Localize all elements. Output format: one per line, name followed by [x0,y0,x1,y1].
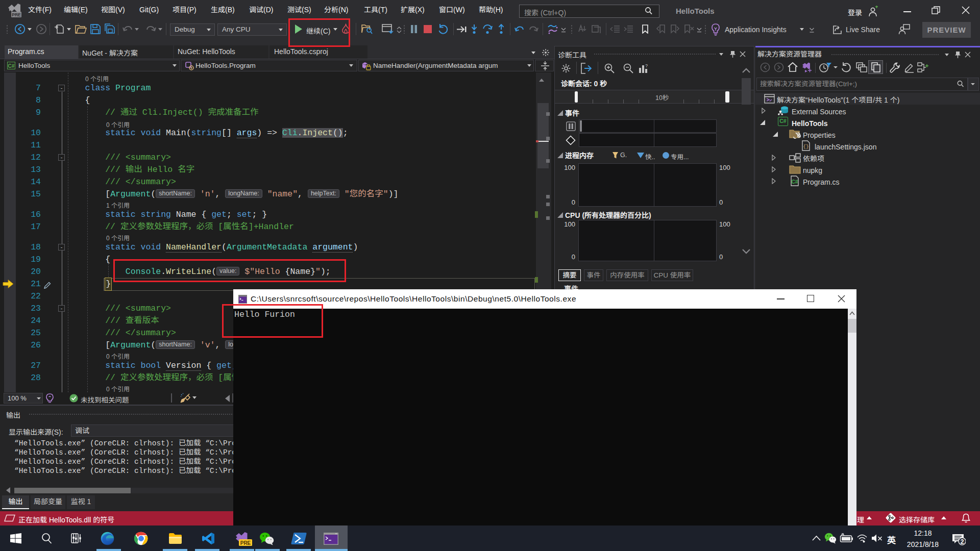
svg-text:PRE: PRE [240,540,251,546]
svg-text:{}: {} [803,144,808,149]
svg-text:?: ? [645,63,648,68]
svg-text:C#: C# [792,179,798,185]
svg-text:PRE: PRE [12,12,21,17]
svg-text:2: 2 [961,538,964,545]
